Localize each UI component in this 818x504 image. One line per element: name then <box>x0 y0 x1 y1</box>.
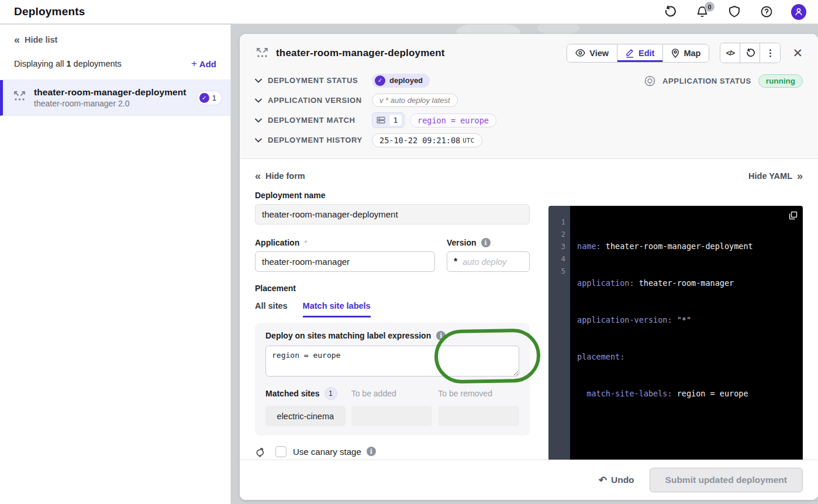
hide-yaml-button[interactable]: Hide YAML » <box>748 171 803 181</box>
check-icon: ✓ <box>375 75 385 86</box>
matched-sites-column: Matched sites 1 electric-cinema <box>265 387 346 426</box>
chevrons-left-icon: « <box>14 34 20 45</box>
panel-header: theater-room-manager-deployment View Edi… <box>240 34 818 159</box>
application-input[interactable] <box>255 251 435 272</box>
notifications-bell-icon[interactable]: 0 <box>695 4 710 19</box>
view-button[interactable]: View <box>567 44 617 62</box>
displaying-count-text: Displaying all 1 deployments <box>14 59 122 68</box>
canary-checkbox[interactable] <box>275 446 287 457</box>
top-bar: Deployments 0 <box>0 0 818 24</box>
list-item-text: theater-room-manager-deployment theater-… <box>34 87 189 108</box>
deployment-name-input[interactable] <box>255 204 530 225</box>
more-options-icon[interactable]: ⋮ <box>760 43 780 63</box>
topbar-icons: 0 <box>662 4 806 19</box>
app-root: Deployments 0 « <box>0 0 818 504</box>
application-version-row: APPLICATION VERSION v * auto deploy late… <box>255 92 496 108</box>
match-count: 1 <box>389 114 402 126</box>
map-pin-icon <box>671 49 679 58</box>
application-target-icon <box>644 75 655 87</box>
required-asterisk: * <box>304 239 307 247</box>
deployment-icon <box>255 46 270 60</box>
info-icon[interactable]: i <box>481 238 491 247</box>
match-expression-pill: region = europe <box>410 113 496 127</box>
eye-icon <box>575 49 585 57</box>
panel-body: « Hide form Hide YAML » Deployment name <box>240 159 818 478</box>
deployment-match-row: DEPLOYMENT MATCH 1 region = europe <box>255 112 496 128</box>
info-icon[interactable]: i <box>367 447 376 456</box>
status-summary: DEPLOYMENT STATUS ✓ deployed APPLICATION… <box>255 73 803 148</box>
version-placeholder: auto deploy <box>463 257 506 267</box>
hide-form-button[interactable]: « Hide form <box>255 171 305 181</box>
help-icon[interactable] <box>759 4 774 19</box>
placement-label: Placement <box>255 284 530 293</box>
deployment-name-label: Deployment name <box>255 191 530 200</box>
chevron-down-icon[interactable] <box>255 98 262 103</box>
map-button[interactable]: Map <box>663 44 709 62</box>
chevrons-left-icon: « <box>255 171 261 181</box>
view-mode-switcher: View Edit Map <box>567 44 709 63</box>
edit-button[interactable]: Edit <box>617 44 663 62</box>
reload-icon[interactable] <box>740 43 760 63</box>
line-number-gutter: 1 2 3 4 5 <box>548 206 570 465</box>
tab-match-site-labels[interactable]: Match site labels <box>303 301 371 317</box>
deployment-status-row: DEPLOYMENT STATUS ✓ deployed <box>255 73 496 88</box>
panel-title: theater-room-manager-deployment <box>276 47 567 59</box>
panel-tools: </> ⋮ <box>720 43 781 63</box>
chevrons-right-icon: » <box>797 171 803 181</box>
code-view-icon[interactable]: </> <box>720 43 740 63</box>
version-wildcard: * <box>454 257 457 267</box>
match-site-labels-card: Deploy on sites matching label expressio… <box>255 323 530 436</box>
deployment-history-row: DEPLOYMENT HISTORY 25-10-22 09:21:08 UTC <box>255 132 496 148</box>
tab-all-sites[interactable]: All sites <box>255 301 288 317</box>
info-icon[interactable]: i <box>436 331 446 340</box>
version-pill: v * auto deploy latest <box>372 94 458 107</box>
deployment-list-item[interactable]: theater-room-manager-deployment theater-… <box>0 80 230 116</box>
hide-list-button[interactable]: « Hide list <box>0 25 230 49</box>
user-avatar[interactable] <box>791 4 806 19</box>
version-input[interactable]: * auto deploy <box>447 251 530 272</box>
deployment-form: Deployment name Application * <box>255 191 530 478</box>
to-be-removed-header: To be removed <box>438 387 519 400</box>
add-deployment-button[interactable]: + Add <box>191 58 216 70</box>
security-shield-icon[interactable] <box>727 4 742 19</box>
panel-footer: ↶ Undo Submit updated deployment <box>240 460 818 500</box>
deployments-list-sidebar: « Hide list Displaying all 1 deployments… <box>0 25 231 504</box>
placement-tabs: All sites Match site labels <box>255 301 530 317</box>
page-title: Deployments <box>14 5 85 18</box>
refresh-icon[interactable] <box>662 4 678 19</box>
running-status-pill: running <box>758 74 803 88</box>
matched-sites-count-badge: 1 <box>325 387 337 400</box>
to-be-added-header: To be added <box>351 387 433 400</box>
to-be-added-empty <box>351 406 433 426</box>
deployment-icon <box>12 89 27 106</box>
undo-icon: ↶ <box>599 474 607 486</box>
pencil-icon <box>626 49 634 58</box>
matched-sites-header: Matched sites 1 <box>265 387 346 400</box>
yaml-code-block: 1 2 3 4 5 name: theater-room-manager-dep… <box>548 206 803 465</box>
notifications-count-badge: 0 <box>705 2 715 12</box>
undo-button[interactable]: ↶ Undo <box>599 474 634 486</box>
yaml-code: name: theater-room-manager-deployment ap… <box>570 206 803 465</box>
version-label: Version i <box>447 238 530 247</box>
yaml-preview: 1 2 3 4 5 name: theater-room-manager-dep… <box>548 206 803 465</box>
canary-option-row: Use canary stage i <box>255 445 530 458</box>
check-icon: ✓ <box>199 93 209 103</box>
submit-deployment-button[interactable]: Submit updated deployment <box>650 468 803 492</box>
deployment-detail-panel: theater-room-manager-deployment View Edi… <box>240 34 818 500</box>
canary-bird-icon <box>255 445 269 458</box>
to-be-removed-column: To be removed <box>438 387 519 426</box>
chevron-down-icon[interactable] <box>255 118 262 123</box>
hide-list-label: Hide list <box>25 35 57 44</box>
to-be-removed-empty <box>438 406 519 426</box>
chevron-down-icon[interactable] <box>255 78 262 83</box>
matched-site-chip: electric-cinema <box>265 406 346 426</box>
close-icon[interactable]: ✕ <box>792 47 803 59</box>
label-expression-textarea[interactable]: region = europe <box>265 346 519 377</box>
history-timestamp-pill: 25-10-22 09:21:08 UTC <box>372 133 482 147</box>
application-label: Application * <box>255 238 435 247</box>
copy-icon[interactable] <box>789 211 798 220</box>
chevron-down-icon[interactable] <box>255 138 262 143</box>
application-status: APPLICATION STATUS running <box>644 74 803 88</box>
list-item-subtitle: theater-room-manager 2.0 <box>34 99 189 108</box>
canary-label: Use canary stage i <box>293 447 376 457</box>
